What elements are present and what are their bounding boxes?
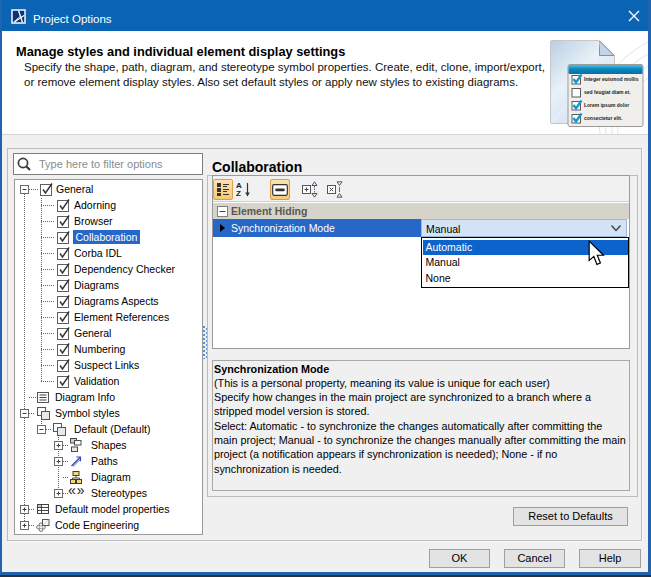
svg-text:Z: Z (236, 189, 241, 198)
